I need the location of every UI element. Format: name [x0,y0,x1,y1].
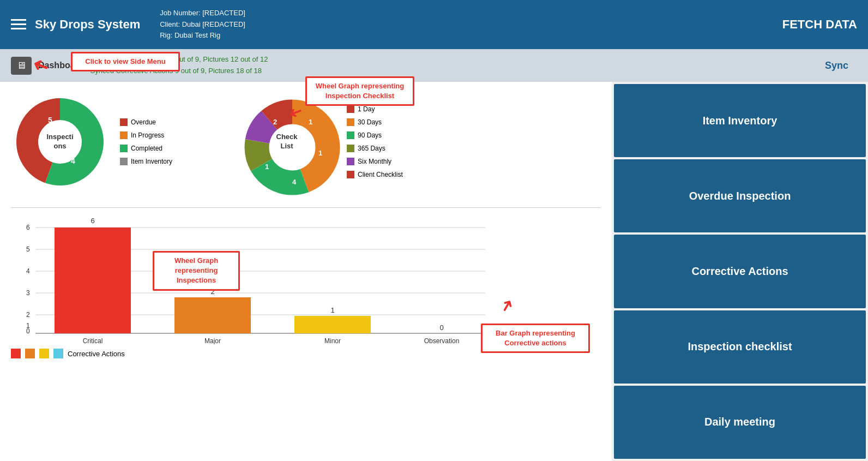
overdue-inspection-button[interactable]: Overdue Inspection [614,159,866,232]
svg-text:Observation: Observation [424,337,460,344]
inspections-donut: 5 4 Inspections [11,93,109,191]
sync-button[interactable]: Sync [816,57,857,75]
fetch-data-button[interactable]: FETCH DATA [782,17,857,32]
monitor-icon: 🖥 [11,57,32,75]
svg-rect-35 [294,316,371,333]
charts-row: 5 4 Inspections Overdue In Progress Comp… [11,93,601,191]
bar-corrective-annotation: Bar Graph representingCorrective actions [481,324,590,353]
header-info: Job Number: [REDACTED] Client: Dubai [RE… [160,8,245,41]
daily-meeting-button[interactable]: Daily meeting [614,386,866,459]
bar-chart-svg: 6 5 4 3 2 1 0 6 Critical 2 [11,213,502,344]
svg-text:2: 2 [273,118,277,126]
right-sidebar: Item Inventory Overdue Inspection Correc… [612,82,868,461]
checklist-label: CheckList [276,133,298,151]
inspections-chart-container: 5 4 Inspections Overdue In Progress Comp… [11,93,172,191]
svg-text:2: 2 [26,311,30,319]
checklist-chart-container: 2 1 1 4 1 CheckList 1 Day 30 Days 90 Day… [238,93,403,191]
inspections-label: Inspections [46,133,73,151]
wheel-inspections-annotation: Wheel GraphrepresentingInspections [153,251,240,291]
svg-text:1: 1 [265,163,269,171]
bar-chart-section: 6 5 4 3 2 1 0 6 Critical 2 [11,213,601,358]
header-left: Sky Drops System Job Number: [REDACTED] … [11,8,245,41]
svg-text:5: 5 [48,116,52,124]
item-inventory-button[interactable]: Item Inventory [614,84,866,157]
svg-text:1: 1 [318,149,322,157]
hamburger-menu[interactable] [11,19,26,29]
svg-text:4: 4 [26,267,30,275]
svg-text:1: 1 [309,118,312,126]
header: Sky Drops System Job Number: [REDACTED] … [0,0,868,49]
app-title: Sky Drops System [35,17,140,32]
svg-text:Major: Major [204,337,221,344]
svg-text:6: 6 [91,217,94,225]
svg-text:1: 1 [330,306,334,314]
content-area: Click to view Side Menu ➜ 5 [0,82,612,461]
side-menu-annotation: Click to view Side Menu [71,52,180,71]
svg-text:Critical: Critical [83,337,103,344]
bar-chart-legend-label: Corrective Actions [68,350,125,358]
inspections-legend: Overdue In Progress Completed Item Inven… [120,116,172,168]
wheel-checklist-annotation: Wheel Graph representingInspection Check… [305,76,414,106]
svg-text:6: 6 [26,224,30,231]
svg-text:0: 0 [26,327,30,335]
svg-text:3: 3 [26,289,30,297]
main-content: Click to view Side Menu ➜ 5 [0,82,868,461]
svg-text:Minor: Minor [324,337,341,344]
checklist-donut: 2 1 1 4 1 CheckList [238,93,336,191]
svg-rect-29 [55,227,131,333]
svg-text:0: 0 [439,324,443,332]
svg-rect-32 [174,297,251,333]
svg-text:4: 4 [292,178,297,186]
corrective-actions-button[interactable]: Corrective Actions [614,235,866,308]
svg-text:5: 5 [26,246,30,253]
checklist-legend: 1 Day 30 Days 90 Days 365 Days Six Month… [347,103,403,181]
inspection-checklist-button[interactable]: Inspection checklist [614,310,866,384]
svg-text:4: 4 [71,157,75,165]
